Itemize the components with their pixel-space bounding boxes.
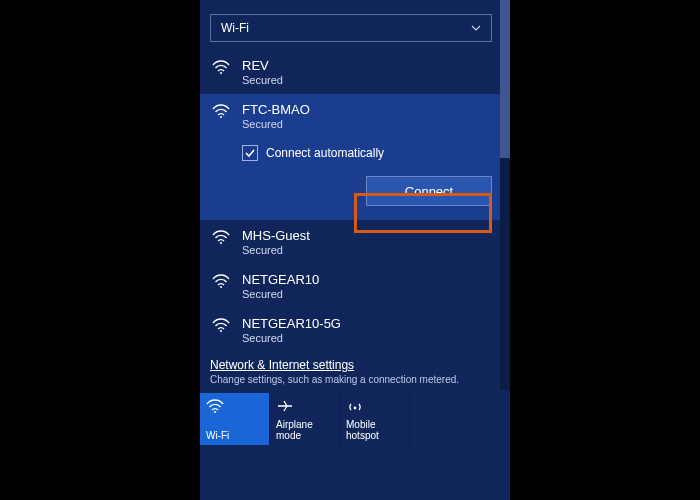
wifi-icon [210, 58, 232, 86]
hotspot-icon [346, 397, 403, 415]
checkmark-icon [244, 147, 256, 159]
svg-point-5 [214, 411, 216, 413]
wifi-icon [206, 397, 263, 415]
chevron-down-icon [471, 23, 481, 33]
wifi-icon [210, 102, 232, 206]
network-flyout: Wi-Fi REV Secured FTC-BMAO [200, 0, 510, 500]
auto-connect-checkbox[interactable] [242, 145, 258, 161]
quick-action-bar: Wi-Fi Airplane mode Mobile hotspot [200, 393, 510, 445]
adapter-label: Wi-Fi [221, 21, 249, 35]
airplane-icon [276, 397, 333, 415]
svg-point-6 [354, 407, 357, 410]
wifi-icon [210, 228, 232, 256]
svg-point-2 [220, 242, 222, 244]
network-name: NETGEAR10-5G [242, 316, 341, 331]
connect-label: Connect [405, 184, 453, 199]
auto-connect-row[interactable]: Connect automatically [242, 145, 492, 161]
svg-point-4 [220, 330, 222, 332]
network-item-selected[interactable]: FTC-BMAO Secured Connect automatically C… [200, 94, 510, 220]
scroll-area: Wi-Fi REV Secured FTC-BMAO [200, 0, 510, 352]
settings-sub: Change settings, such as making a connec… [210, 374, 500, 385]
network-settings-link[interactable]: Network & Internet settings [210, 358, 500, 372]
wifi-icon [210, 316, 232, 344]
network-status: Secured [242, 118, 492, 130]
wifi-icon [210, 272, 232, 300]
svg-point-3 [220, 286, 222, 288]
network-status: Secured [242, 332, 341, 344]
tile-label: Wi-Fi [206, 431, 263, 442]
network-name: FTC-BMAO [242, 102, 492, 117]
settings-block: Network & Internet settings Change setti… [200, 352, 510, 389]
tile-wifi[interactable]: Wi-Fi [200, 393, 270, 445]
network-item[interactable]: REV Secured [200, 50, 510, 94]
network-item[interactable]: MHS-Guest Secured [200, 220, 510, 264]
network-item[interactable]: NETGEAR10-5G Secured [200, 308, 510, 352]
network-name: MHS-Guest [242, 228, 310, 243]
auto-connect-label: Connect automatically [266, 146, 384, 160]
tile-airplane[interactable]: Airplane mode [270, 393, 340, 445]
network-name: NETGEAR10 [242, 272, 319, 287]
network-name: REV [242, 58, 283, 73]
adapter-select[interactable]: Wi-Fi [210, 14, 492, 42]
tile-label: Mobile hotspot [346, 420, 403, 441]
scrollbar-thumb[interactable] [500, 0, 510, 158]
network-item[interactable]: NETGEAR10 Secured [200, 264, 510, 308]
tile-hotspot[interactable]: Mobile hotspot [340, 393, 410, 445]
connect-button[interactable]: Connect [366, 176, 492, 206]
svg-point-1 [220, 116, 222, 118]
network-list: REV Secured FTC-BMAO Secured Connect aut… [200, 50, 510, 352]
svg-point-0 [220, 72, 222, 74]
network-status: Secured [242, 244, 310, 256]
tile-label: Airplane mode [276, 420, 333, 441]
network-status: Secured [242, 74, 283, 86]
network-status: Secured [242, 288, 319, 300]
